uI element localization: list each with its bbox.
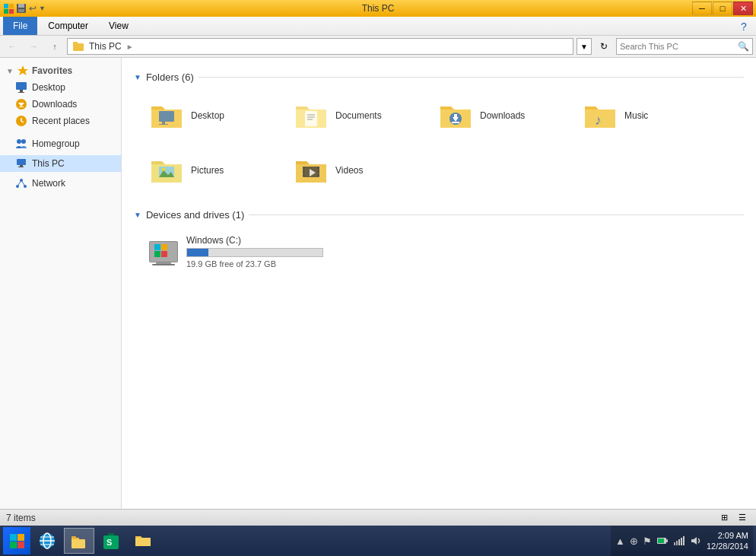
taskbar-app-folder[interactable] — [128, 528, 158, 554]
svg-rect-87 — [683, 536, 685, 545]
svg-rect-84 — [676, 541, 678, 545]
svg-marker-88 — [691, 537, 697, 545]
tray-clock[interactable]: 2:09 AM 12/28/2014 — [707, 530, 748, 552]
svg-rect-54 — [317, 174, 319, 176]
folders-grid: Desktop Documents — [134, 92, 744, 194]
svg-marker-9 — [17, 65, 28, 75]
ribbon-tabs: File Computer View ? — [0, 17, 756, 35]
forward-button[interactable]: → — [24, 38, 43, 55]
svg-rect-12 — [18, 92, 24, 93]
recent-places-icon — [15, 115, 27, 127]
svg-rect-5 — [18, 4, 24, 8]
tray-time: 2:09 AM — [707, 530, 748, 541]
refresh-button[interactable]: ↻ — [595, 38, 613, 55]
folder-icon — [134, 532, 152, 550]
svg-rect-51 — [303, 174, 305, 176]
quick-access-dropdown[interactable]: ▼ — [39, 5, 46, 12]
sidebar-desktop-label: Desktop — [32, 82, 65, 93]
drive-c[interactable]: Windows (C:) 19.9 GB free of 23.7 GB — [141, 230, 332, 274]
up-button[interactable]: ↑ — [46, 38, 64, 55]
drive-c-bar-container — [186, 248, 323, 257]
sidebar-item-thispc[interactable]: This PC — [0, 155, 121, 172]
search-input[interactable] — [620, 42, 735, 51]
maximize-button[interactable]: □ — [713, 2, 732, 15]
tab-view[interactable]: View — [99, 17, 138, 35]
svg-rect-78 — [108, 533, 114, 535]
folder-pictures[interactable]: Pictures — [141, 147, 278, 194]
folder-music-label: Music — [624, 110, 648, 121]
sidebar-item-recent[interactable]: Recent places — [0, 113, 121, 129]
save-icon[interactable] — [16, 3, 27, 14]
main-layout: ▼ Favorites Desktop — [0, 58, 756, 509]
store-icon: S — [102, 532, 120, 550]
drives-section-title: Devices and drives (1) — [146, 209, 244, 221]
taskbar-app-store[interactable]: S — [96, 528, 126, 554]
folder-music[interactable]: ♪ Music — [575, 92, 712, 139]
minimize-button[interactable]: ─ — [692, 2, 712, 15]
svg-rect-67 — [17, 542, 24, 548]
svg-rect-10 — [16, 82, 27, 90]
svg-rect-15 — [19, 106, 24, 107]
svg-rect-85 — [678, 539, 680, 545]
breadcrumb-thispc[interactable]: This PC — [89, 41, 122, 52]
folder-downloads[interactable]: Downloads — [430, 92, 567, 139]
svg-rect-8 — [73, 42, 78, 44]
sidebar-downloads-label: Downloads — [32, 99, 77, 110]
start-button[interactable] — [3, 527, 30, 554]
taskbar-app-explorer[interactable] — [64, 528, 94, 554]
flag-icon[interactable]: ⚑ — [643, 535, 652, 547]
start-icon — [9, 533, 24, 548]
folder-documents[interactable]: Documents — [286, 92, 423, 139]
taskbar-app-ie[interactable] — [32, 528, 62, 554]
tab-file[interactable]: File — [3, 17, 37, 35]
folder-videos[interactable]: Videos — [286, 147, 423, 194]
tab-computer[interactable]: Computer — [38, 17, 98, 35]
sidebar-item-homegroup[interactable]: Homegroup — [0, 135, 121, 152]
folders-section-line — [199, 77, 744, 78]
folder-downloads-label: Downloads — [480, 110, 525, 121]
status-bar: 7 items ⊞ ☰ — [0, 509, 756, 526]
drive-c-info: Windows (C:) 19.9 GB free of 23.7 GB — [186, 235, 323, 268]
svg-point-17 — [17, 139, 21, 144]
drive-c-bar-used — [187, 249, 208, 256]
address-dropdown[interactable]: ▼ — [577, 38, 592, 55]
details-view-button[interactable]: ☰ — [735, 511, 750, 525]
svg-text:♪: ♪ — [595, 113, 602, 128]
folder-music-icon: ♪ — [582, 97, 618, 134]
search-icon[interactable]: 🔍 — [738, 41, 749, 52]
svg-rect-66 — [10, 542, 17, 548]
back-button[interactable]: ← — [3, 38, 21, 55]
folder-desktop[interactable]: Desktop — [141, 92, 278, 139]
bluetooth-icon[interactable]: ⊕ — [630, 535, 638, 547]
thispc-icon — [15, 157, 27, 170]
svg-rect-7 — [73, 43, 84, 51]
address-bar: ← → ↑ This PC ► ▼ ↻ 🔍 — [0, 36, 756, 58]
large-icons-view-button[interactable]: ⊞ — [716, 511, 732, 525]
homegroup-icon — [15, 138, 27, 150]
sidebar-homegroup-label: Homegroup — [32, 138, 80, 149]
sidebar-item-network[interactable]: Network — [0, 175, 121, 192]
sidebar-item-desktop[interactable]: Desktop — [0, 79, 121, 96]
folders-expand-icon[interactable]: ▼ — [134, 73, 141, 81]
folder-videos-label: Videos — [335, 165, 363, 176]
help-button[interactable]: ? — [735, 18, 753, 35]
folder-desktop-label: Desktop — [191, 110, 224, 121]
close-button[interactable]: ✕ — [733, 2, 753, 15]
sidebar-favorites-header[interactable]: ▼ Favorites — [0, 62, 121, 79]
title-bar-buttons: ─ □ ✕ — [692, 2, 753, 15]
svg-rect-61 — [161, 251, 167, 257]
explorer-icon — [70, 532, 88, 550]
folder-pictures-label: Pictures — [191, 165, 224, 176]
folder-documents-icon — [293, 97, 329, 134]
svg-rect-21 — [18, 167, 24, 167]
folder-pictures-icon — [148, 152, 185, 189]
tray-up-arrow[interactable]: ▲ — [615, 535, 625, 547]
address-box[interactable]: This PC ► — [67, 38, 573, 55]
folder-videos-icon — [293, 152, 329, 189]
sidebar-item-downloads[interactable]: Downloads — [0, 96, 121, 113]
drives-expand-icon[interactable]: ▼ — [134, 211, 141, 219]
svg-rect-2 — [4, 9, 8, 14]
sidebar: ▼ Favorites Desktop — [0, 58, 122, 509]
svg-rect-79 — [135, 538, 151, 546]
system-tray: ▲ ⊕ ⚑ 2:09 AM 12/28/2014 — [611, 526, 753, 556]
